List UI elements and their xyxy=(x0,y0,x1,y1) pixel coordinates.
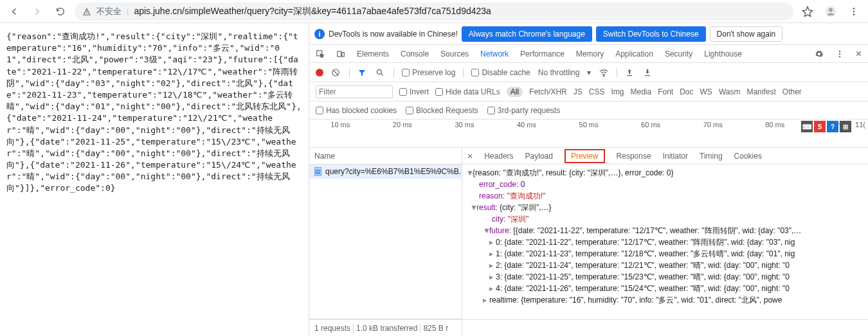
filter-bar: Invert Hide data URLs All Fetch/XHR JS C… xyxy=(309,82,868,102)
filter-ws[interactable]: WS xyxy=(700,87,712,96)
forward-icon[interactable] xyxy=(28,3,46,21)
timeline-tick: 10 ms xyxy=(309,119,372,128)
status-bar: 1 requests 1.0 kB transferred 825 B r xyxy=(309,319,462,336)
devtools-panel: i DevTools is now available in Chinese! … xyxy=(309,23,868,336)
browser-toolbar: 不安全 | apis.juhe.cn/simpleWeather/query?c… xyxy=(0,0,868,23)
filter-fetch[interactable]: Fetch/XHR xyxy=(529,87,567,96)
dtab-preview[interactable]: Preview xyxy=(565,149,605,163)
throttling-select[interactable]: No throttling xyxy=(538,68,580,77)
svg-point-10 xyxy=(838,55,840,57)
profile-icon[interactable] xyxy=(822,3,840,21)
filter-js[interactable]: JS xyxy=(574,87,583,96)
preserve-log-checkbox[interactable]: Preserve log xyxy=(402,68,455,77)
filter-media[interactable]: Media xyxy=(630,87,651,96)
wifi-icon[interactable] xyxy=(599,67,609,78)
dtab-initiator[interactable]: Initiator xyxy=(663,152,688,161)
chevron-down-icon[interactable]: ▾ xyxy=(587,68,591,77)
close-detail-icon[interactable]: × xyxy=(467,151,473,161)
filter-all[interactable]: All xyxy=(507,87,523,97)
svg-point-9 xyxy=(838,53,840,54)
download-icon[interactable] xyxy=(643,68,653,77)
filter-bar-2: Has blocked cookies Blocked Requests 3rd… xyxy=(309,102,868,119)
badge-s-icon[interactable]: S xyxy=(814,121,826,132)
upload-icon[interactable] xyxy=(625,68,635,77)
badge-icon[interactable]: ⊞ xyxy=(840,121,851,132)
request-name: query?city=%E6%B7%B1%E5%9C%B... xyxy=(325,167,462,176)
tab-console[interactable]: Console xyxy=(401,49,429,58)
svg-point-3 xyxy=(853,10,855,12)
filter-wasm[interactable]: Wasm xyxy=(719,87,741,96)
tab-performance[interactable]: Performance xyxy=(520,49,565,58)
menu-icon[interactable] xyxy=(845,3,863,21)
filter-other[interactable]: Other xyxy=(782,87,802,96)
timeline-tick: 70 ms xyxy=(682,119,744,128)
filter-img[interactable]: Img xyxy=(611,87,624,96)
svg-rect-7 xyxy=(342,52,345,56)
clear-icon[interactable] xyxy=(331,68,341,77)
star-icon[interactable] xyxy=(799,3,817,21)
badge-help-icon[interactable]: ? xyxy=(827,121,838,132)
detail-tabs: × Headers Payload Preview Response Initi… xyxy=(462,148,868,164)
insecure-icon xyxy=(82,7,91,16)
infobar-message: DevTools is now available in Chinese! xyxy=(329,30,458,39)
tab-network[interactable]: Network xyxy=(480,49,509,58)
close-devtools-icon[interactable]: × xyxy=(856,48,862,60)
thirdparty-checkbox[interactable]: 3rd-party requests xyxy=(487,106,560,115)
filter-icon[interactable] xyxy=(357,68,368,77)
omnibox[interactable]: 不安全 | apis.juhe.cn/simpleWeather/query?c… xyxy=(75,3,793,21)
filter-css[interactable]: CSS xyxy=(589,87,605,96)
more-icon[interactable] xyxy=(835,49,844,58)
filter-font[interactable]: Font xyxy=(658,87,673,96)
tab-security[interactable]: Security xyxy=(665,49,692,58)
page-body: {"reason":"查询成功!","result":{"city":"深圳",… xyxy=(0,23,309,336)
column-name[interactable]: Name xyxy=(309,148,462,164)
switch-language-button[interactable]: Switch DevTools to Chinese xyxy=(596,26,706,42)
badge-icon[interactable]: ⌨ xyxy=(801,121,813,132)
dtab-cookies[interactable]: Cookies xyxy=(734,152,762,161)
back-icon[interactable] xyxy=(5,3,23,21)
record-icon[interactable] xyxy=(316,69,323,76)
tab-sources[interactable]: Sources xyxy=(440,49,469,58)
hide-urls-checkbox[interactable]: Hide data URLs xyxy=(435,87,500,96)
tab-lighthouse[interactable]: Lighthouse xyxy=(704,49,742,58)
preview-pane[interactable]: ▼{reason: "查询成功!", result: {city: "深圳",…… xyxy=(462,164,868,319)
requests-count: 1 requests xyxy=(314,324,350,333)
url-text: apis.juhe.cn/simpleWeather/query?city=深圳… xyxy=(134,6,491,17)
blocked-cookies-checkbox[interactable]: Has blocked cookies xyxy=(316,106,397,115)
svg-point-12 xyxy=(377,69,381,74)
resources-size: 825 B r xyxy=(423,324,448,333)
timeline[interactable]: 10 ms 20 ms 30 ms 40 ms 50 ms 60 ms 70 m… xyxy=(309,119,868,148)
match-language-button[interactable]: Always match Chrome's language xyxy=(462,26,592,42)
timeline-tick: 20 ms xyxy=(372,119,434,128)
tab-elements[interactable]: Elements xyxy=(357,49,389,58)
request-list: Name ▤ query?city=%E6%B7%B1%E5%9C%B... 1… xyxy=(309,148,462,336)
request-detail: × Headers Payload Preview Response Initi… xyxy=(462,148,868,336)
filter-manifest[interactable]: Manifest xyxy=(746,87,775,96)
dtab-response[interactable]: Response xyxy=(617,152,651,161)
file-icon: ▤ xyxy=(314,167,321,176)
reload-icon[interactable] xyxy=(51,3,69,21)
filter-input[interactable] xyxy=(316,85,393,98)
dont-show-button[interactable]: Don't show again xyxy=(710,26,783,42)
disable-cache-checkbox[interactable]: Disable cache xyxy=(471,68,530,77)
timeline-badges: ⌨ S ? ⊞ 11( xyxy=(801,121,865,132)
gear-icon[interactable] xyxy=(815,49,824,58)
tab-application[interactable]: Application xyxy=(615,49,653,58)
blocked-requests-checkbox[interactable]: Blocked Requests xyxy=(406,106,478,115)
device-icon[interactable] xyxy=(336,49,345,58)
tab-memory[interactable]: Memory xyxy=(576,49,604,58)
svg-point-4 xyxy=(853,13,855,15)
invert-checkbox[interactable]: Invert xyxy=(399,87,429,96)
dtab-payload[interactable]: Payload xyxy=(525,152,553,161)
request-row[interactable]: ▤ query?city=%E6%B7%B1%E5%9C%B... xyxy=(309,164,462,179)
dtab-timing[interactable]: Timing xyxy=(700,152,723,161)
search-icon[interactable] xyxy=(375,68,386,77)
svg-rect-6 xyxy=(338,51,341,56)
devtools-tabbar: Elements Console Sources Network Perform… xyxy=(309,45,868,63)
timeline-end-label: 11( xyxy=(853,121,865,132)
insecure-label: 不安全 xyxy=(96,6,122,17)
svg-point-1 xyxy=(829,8,833,12)
dtab-headers[interactable]: Headers xyxy=(484,152,513,161)
filter-doc[interactable]: Doc xyxy=(680,87,693,96)
inspect-icon[interactable] xyxy=(316,49,325,58)
